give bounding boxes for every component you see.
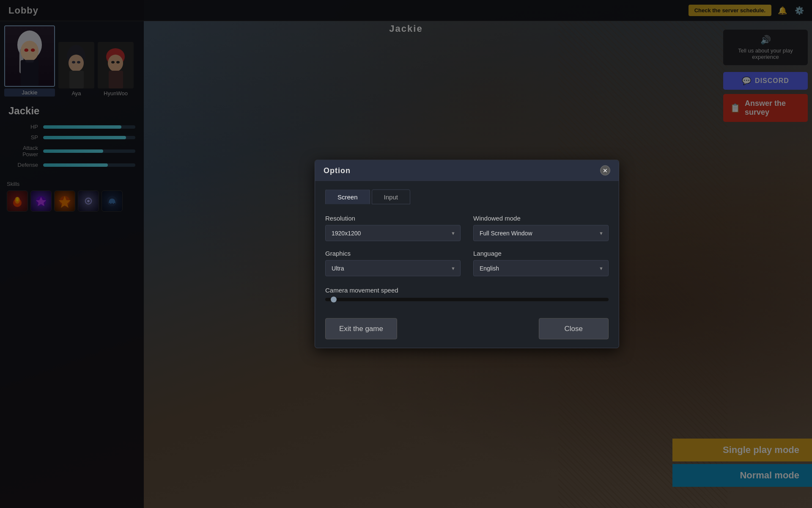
resolution-select[interactable]: 812x508 1920x1080 1600x900 1280x720 [325, 225, 461, 241]
camera-slider-track[interactable] [325, 298, 609, 301]
language-select-wrapper: English Korean Japanese Chinese [473, 260, 609, 276]
dialog-title: Option [324, 166, 351, 175]
tab-screen[interactable]: Screen [325, 190, 370, 204]
dialog-header: Option ✕ [315, 160, 619, 181]
exit-game-button[interactable]: Exit the game [325, 318, 397, 340]
language-label: Language [473, 250, 609, 257]
resolution-group: Resolution 812x508 1920x1080 1600x900 … [325, 215, 461, 241]
resolution-label: Resolution [325, 215, 461, 222]
camera-section: Camera movement speed [325, 287, 609, 301]
language-group: Language English Korean Japanese Chinese [473, 250, 609, 276]
windowed-mode-group: Windowed mode Full Screen Window Windowe… [473, 215, 609, 241]
graphics-select-wrapper: Ultra High Medium Low [325, 260, 461, 276]
graphics-label: Graphics [325, 250, 461, 257]
option-dialog: Option ✕ Screen Input Resolution 1920x12… [315, 160, 619, 348]
language-select[interactable]: English Korean Japanese Chinese [473, 260, 609, 276]
graphics-select[interactable]: Ultra High Medium Low [325, 260, 461, 276]
windowed-mode-label: Windowed mode [473, 215, 609, 222]
windowed-mode-select-wrapper: Full Screen Window Windowed Borderless [473, 225, 609, 241]
resolution-select-wrapper: 812x508 1920x1080 1600x900 1280x720 [325, 225, 461, 241]
camera-label: Camera movement speed [325, 287, 609, 294]
dialog-body: Screen Input Resolution 812x508 1920x1… [315, 181, 619, 348]
dialog-tabs: Screen Input [325, 190, 609, 204]
camera-slider-thumb[interactable] [331, 297, 337, 303]
graphics-group: Graphics Ultra High Medium Low [325, 250, 461, 276]
dialog-footer: Exit the game Close [325, 315, 609, 340]
settings-grid: Resolution 812x508 1920x1080 1600x900 … [325, 215, 609, 276]
tab-input[interactable]: Input [372, 190, 410, 204]
close-button[interactable]: Close [539, 318, 609, 340]
windowed-mode-select[interactable]: Full Screen Window Windowed Borderless [473, 225, 609, 241]
dialog-close-button[interactable]: ✕ [600, 166, 610, 176]
